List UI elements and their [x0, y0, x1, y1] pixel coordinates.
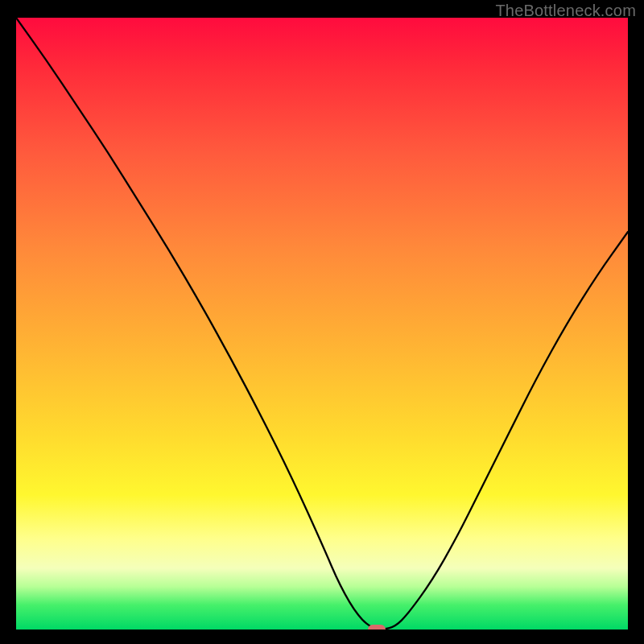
curve-path	[16, 18, 628, 630]
chart-stage: TheBottleneck.com	[0, 0, 644, 644]
min-marker-dot	[368, 625, 386, 630]
watermark-text: TheBottleneck.com	[495, 2, 636, 20]
curve-svg	[16, 18, 628, 630]
plot-area	[16, 18, 628, 630]
